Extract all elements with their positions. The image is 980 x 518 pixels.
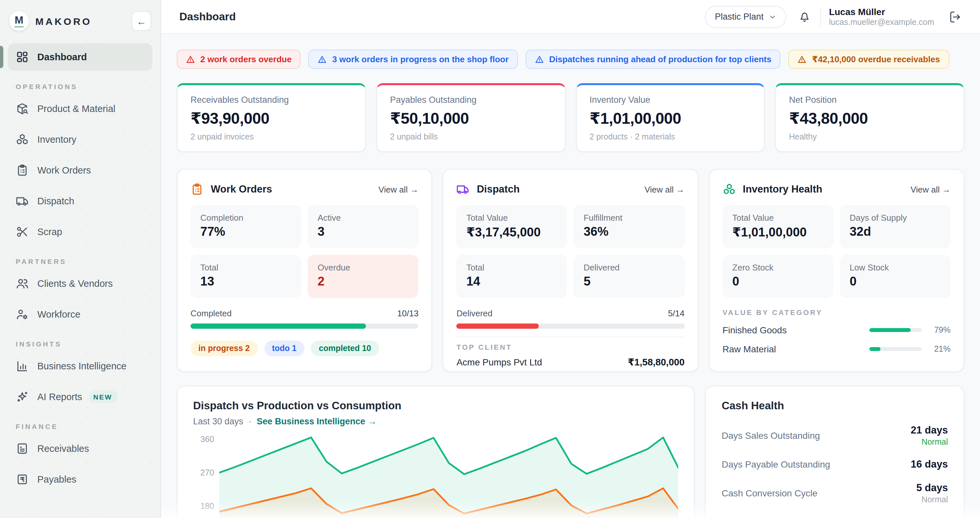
tile-value: 0 (732, 274, 823, 289)
plant-selector-dropdown[interactable]: Plastic Plant (705, 6, 787, 28)
sidebar-item-scrap[interactable]: Scrap (8, 218, 153, 245)
stat-value: ₹1,01,00,000 (590, 109, 751, 128)
tile-value: 0 (850, 274, 941, 289)
top-client-row: Acme Pumps Pvt Ltd ₹1,58,80,000 (457, 357, 685, 367)
brand-logo-icon: M (9, 11, 29, 31)
tile-value: 13 (200, 274, 291, 289)
sidebar-section-operations: OPERATIONS (8, 83, 153, 90)
inventory-tiles: Total Value ₹1,01,00,000 Days of Supply … (722, 205, 951, 298)
user-menu[interactable]: Lucas Müller lucas.mueller@example.com (829, 6, 934, 27)
progress-fill (191, 324, 366, 329)
work-orders-view-all-link[interactable]: View all → (379, 184, 418, 194)
notifications-button[interactable] (793, 5, 817, 29)
alert-overdue-receivables[interactable]: ₹42,10,000 overdue receivables (789, 50, 949, 69)
tile-label: Active (318, 213, 409, 223)
warning-icon (798, 55, 807, 64)
sidebar-item-inventory[interactable]: Inventory (8, 126, 153, 153)
row-days-payable-outstanding: Days Payable Outstanding 16 days (722, 453, 948, 476)
stat-card-net-position: Net Position ₹43,80,000 Healthy (775, 83, 965, 152)
inventory-health-card: Inventory Health View all → Total Value … (709, 169, 964, 372)
dashboard-content: 2 work orders overdue 3 work orders in p… (161, 34, 980, 518)
sidebar-item-payables[interactable]: Payables (8, 465, 153, 493)
sidebar-item-label: Dashboard (37, 52, 87, 62)
tile-label: Days of Supply (850, 213, 941, 223)
users-icon (16, 277, 29, 290)
app: M MAKORO ← Dashboard OPERATIONS Product … (0, 0, 980, 518)
stat-card-row: Receivables Outstanding ₹93,90,000 2 unp… (177, 83, 964, 152)
tile-label: Completion (200, 213, 291, 223)
tile-label: Zero Stock (732, 263, 823, 273)
sparkles-icon (16, 390, 29, 403)
y-tick-270: 270 (200, 468, 214, 477)
main-area: Dashboard Plastic Plant Lucas Müller luc… (161, 0, 980, 518)
sidebar-item-clients-vendors[interactable]: Clients & Vendors (8, 270, 153, 297)
alert-text: 3 work orders in progress on the shop fl… (332, 54, 509, 64)
tile-label: Low Stock (850, 263, 941, 273)
sidebar-item-label: Inventory (37, 134, 76, 145)
progress-label: Completed (191, 308, 232, 318)
dispatch-view-all-link[interactable]: View all → (644, 184, 684, 194)
stat-subtitle: 2 unpaid invoices (191, 132, 352, 142)
tile-value: ₹3,17,45,000 (466, 225, 557, 240)
tile-delivered: Delivered 5 (574, 255, 684, 298)
sidebar-item-dispatch[interactable]: Dispatch (8, 187, 153, 215)
sidebar-item-label: Clients & Vendors (37, 278, 113, 289)
active-accent-bar (0, 46, 3, 68)
dashboard-icon (16, 50, 29, 64)
alert-work-orders-in-progress[interactable]: 3 work orders in progress on the shop fl… (309, 50, 518, 69)
sidebar-item-label: AI Reports (37, 392, 82, 402)
bell-icon (798, 10, 811, 23)
dispatch-tiles: Total Value ₹3,17,45,000 Fulfillment 36%… (457, 205, 685, 298)
inventory-view-all-link[interactable]: View all → (911, 184, 951, 194)
row-days-sales-outstanding: Days Sales Outstanding 21 days Normal (722, 418, 948, 453)
tile-total-value: Total Value ₹1,01,00,000 (722, 205, 833, 248)
badge-in-progress: in progress 2 (191, 341, 258, 356)
alert-text: 2 work orders overdue (200, 54, 292, 64)
sidebar-item-product-material[interactable]: Product & Material (8, 95, 153, 123)
clipboard-icon (191, 183, 204, 196)
brand-name: MAKORO (35, 15, 132, 27)
metric-status: Normal (916, 495, 948, 504)
metric-value: 16 days (911, 458, 948, 470)
arrow-left-icon: ← (137, 15, 146, 27)
stat-title: Payables Outstanding (390, 95, 552, 105)
cash-health-rows: Days Sales Outstanding 21 days Normal Da… (722, 418, 948, 510)
stat-subtitle: 2 unpaid bills (390, 132, 552, 142)
tile-value: 14 (466, 274, 557, 289)
page-title: Dashboard (179, 11, 705, 23)
see-business-intelligence-link[interactable]: See Business Intelligence → (257, 416, 376, 426)
tile-total: Total 14 (457, 255, 567, 298)
work-orders-card: Work Orders View all → Completion 77% Ac… (177, 169, 433, 372)
plant-selector-label: Plastic Plant (715, 12, 764, 22)
sidebar-nav: Dashboard OPERATIONS Product & Material … (8, 43, 153, 493)
dispatch-progress-bar (457, 324, 685, 329)
cash-health-title: Cash Health (722, 400, 948, 412)
tile-total: Total 13 (191, 255, 301, 298)
stat-value: ₹43,80,000 (789, 109, 951, 128)
sidebar-item-ai-reports[interactable]: AI Reports NEW (8, 383, 153, 411)
sidebar-item-work-orders[interactable]: Work Orders (8, 156, 153, 184)
sidebar-item-business-intelligence[interactable]: Business Intelligence (8, 352, 153, 380)
tile-fulfillment: Fulfillment 36% (574, 205, 684, 248)
warning-icon (318, 55, 327, 64)
logout-button[interactable] (943, 5, 967, 29)
metric-label: Cash Conversion Cycle (722, 488, 818, 498)
sidebar-item-receivables[interactable]: Receivables (8, 435, 153, 462)
tile-value: 2 (318, 274, 409, 289)
tile-zero-stock: Zero Stock 0 (722, 255, 833, 298)
sidebar-collapse-button[interactable]: ← (132, 11, 151, 31)
tile-completion: Completion 77% (191, 205, 301, 248)
y-tick-360: 360 (200, 435, 214, 444)
alert-dispatches-ahead[interactable]: Dispatches running ahead of production f… (526, 50, 781, 69)
metric-value: 21 days (911, 424, 948, 436)
alert-overdue-work-orders[interactable]: 2 work orders overdue (177, 50, 301, 69)
sidebar-item-workforce[interactable]: Workforce (8, 301, 153, 328)
work-orders-status-badges: in progress 2 todo 1 completed 10 (191, 341, 418, 356)
chart-plot-area (219, 434, 679, 518)
tile-overdue: Overdue 2 (308, 255, 418, 298)
tile-value: ₹1,01,00,000 (732, 225, 823, 240)
card-title: Inventory Health (743, 183, 910, 195)
value-by-category-heading: VALUE BY CATEGORY (722, 308, 951, 316)
sidebar-item-dashboard[interactable]: Dashboard (8, 43, 153, 71)
clipboard-list-icon (16, 164, 29, 177)
